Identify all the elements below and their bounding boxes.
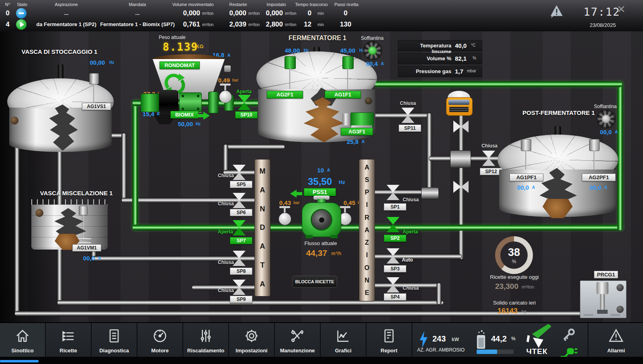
storage-tank[interactable] [7,56,114,145]
fermenter-blower-fan[interactable] [364,42,381,59]
tag-ag3f1[interactable]: AG3F1 [341,128,373,135]
tag-ag2f1[interactable]: AG2F1 [267,91,303,98]
key-icon[interactable] [559,326,577,344]
sp11-valve[interactable] [401,108,414,123]
tab-motore[interactable]: Motore [137,323,183,358]
tab-manutenzione[interactable]: Manutenzione [275,323,321,358]
tab-label: Diagnostica [92,348,137,354]
panel-volume-unit: % [473,56,476,60]
flow-label: Flusso attuale [297,240,345,246]
pipe [369,113,430,118]
sp10-tag[interactable]: SP10 [235,111,258,119]
pump-pressure-left-unit: bar [293,200,300,205]
row2-impostato: 2,800 [258,20,283,29]
mixing-tank[interactable] [31,199,108,251]
mixing-current-unit: A [98,256,101,260]
sp7-tag[interactable]: SP7 [230,237,252,244]
sp7-state: Aperta [212,229,233,235]
status-pause-icon[interactable] [16,8,27,18]
truck-line-valve-lower[interactable] [453,181,469,193]
document-icon [106,328,122,344]
tag-ag1vs1[interactable]: AG1VS1 [82,103,111,110]
sp3-tag[interactable]: SP3 [384,265,406,272]
sp5-valve[interactable] [233,165,246,180]
sp10-valve[interactable] [238,95,251,110]
agitator-motor-ag2f1 [285,56,296,69]
hand-valve[interactable] [219,91,231,103]
status-play-icon[interactable] [16,19,27,30]
panel-temp-value: 40,0 [455,42,467,49]
tab-riscaldamento[interactable]: Riscaldamento [183,323,229,358]
row1-aspirazione: ... [26,10,106,16]
block-recipes-button[interactable]: BLOCCA RICETTE [292,276,337,288]
tab-grafici[interactable]: Grafici [321,323,367,358]
tab-label: Grafici [321,348,366,354]
tab-label: Allarmi [588,348,643,354]
sp1-valve[interactable] [387,185,399,200]
sp1-tag[interactable]: SP1 [384,203,406,211]
weight-display: 8.139 [163,41,198,53]
sp6-valve[interactable] [233,193,246,208]
rondomat-current-unit: A [227,53,230,57]
row1-tempo-unit: min [317,11,330,16]
vendor-logo-text: ЧТЕК [521,347,553,356]
row1-passi: 0 [332,9,360,17]
tab-ricette[interactable]: Ricette [46,323,92,358]
panel-volume-label: Volume % [400,55,451,61]
row2-volume: 0,761 [169,20,200,29]
tab-report[interactable]: Report [367,323,412,358]
sp4-valve[interactable] [387,277,399,292]
sp2-valve[interactable] [387,217,399,232]
tag-ag1pf1[interactable]: AG1PF1 [510,174,543,181]
tab-allarmi[interactable]: Allarmi [588,323,643,358]
fermenter-blower-current-unit: A [381,61,384,66]
prcg1-unit[interactable] [580,280,627,318]
pipe-cross-fitting [450,150,471,168]
row1-restante: 0,000 [219,9,246,17]
gauge-icon [152,328,168,344]
sp6-tag[interactable]: SP6 [230,209,252,216]
sp4-tag[interactable]: SP4 [384,293,406,301]
pump-gauge-left[interactable] [279,213,291,225]
biomix-motor[interactable] [141,94,159,112]
post-fermenter-tank[interactable] [498,117,618,213]
truck-line-valve-upper[interactable] [453,121,469,133]
row2-volume-unit: m³/ton [202,22,219,27]
tag-ag1f1[interactable]: AG1F1 [325,91,361,98]
sp8-valve[interactable] [233,251,246,266]
mixing-tank-title: VASCA MISCELAZIONE 1 [36,190,117,196]
tab-sinottico[interactable]: Sinottico [0,323,46,358]
pump-gauge-right[interactable] [339,213,351,225]
tab-diagnostica[interactable]: Diagnostica [92,323,137,358]
col-tempo: Tempo trascorso [293,2,330,7]
tag-prcg1[interactable]: PRCG1 [594,271,618,278]
tag-ag2pf1[interactable]: AG2PF1 [582,174,616,181]
biomix-label[interactable]: BIOMIX [170,111,199,119]
sp9-valve[interactable] [233,280,246,295]
tab-impostazioni[interactable]: Impostazioni [229,323,275,358]
sp7-valve[interactable] [233,220,246,235]
sp9-tag[interactable]: SP9 [230,296,252,303]
sp5-tag[interactable]: SP5 [230,181,252,188]
agitator-motor-ag1f1 [342,56,354,69]
alarm-bell-icon[interactable] [549,3,565,19]
ag3f1-current: 25,8 [342,138,358,145]
sp12-valve[interactable] [482,151,495,166]
close-icon[interactable]: ✕ [617,3,626,16]
sp1-state: Chiusa [403,197,425,202]
gas-progress-fill [477,350,497,354]
sp11-tag[interactable]: SP11 [399,125,421,132]
sp2-tag[interactable]: SP2 [384,235,406,242]
post-fermenter-title: POST-FERMENTATORE 1 [514,109,603,116]
sp8-tag[interactable]: SP8 [230,268,252,275]
col-impostato: Impostato [257,2,295,7]
sp3-valve[interactable] [387,248,399,264]
pump-freq: 35,50 [302,176,338,187]
pump-pss1[interactable] [302,198,341,237]
tag-ag1vm1[interactable]: AG1VM1 [72,244,101,252]
date: 23/08/2025 [581,22,625,28]
flow-arrow-right [198,114,203,117]
pump-label[interactable]: PSS1 [304,188,336,196]
row2-passi: 130 [332,20,360,29]
rondomat-label[interactable]: RONDOMAT [160,61,200,69]
